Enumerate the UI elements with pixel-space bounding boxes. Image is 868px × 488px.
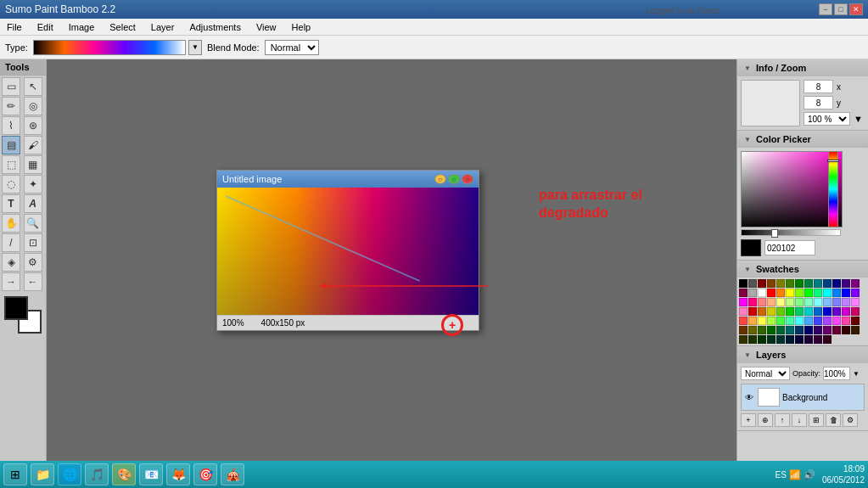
luminance-slider[interactable] (741, 229, 841, 236)
tool-zoom[interactable]: 🔍 (24, 214, 42, 233)
swatch-color[interactable] (814, 279, 822, 288)
swatch-color[interactable] (795, 326, 804, 334)
start-button[interactable]: ⊞ (3, 463, 27, 485)
swatch-color[interactable] (823, 279, 832, 288)
tool-lasso[interactable]: ⌇ (2, 116, 20, 135)
hue-slider[interactable] (828, 151, 838, 227)
move-layer-down-button[interactable]: ↓ (792, 413, 807, 427)
menu-image[interactable]: Image (65, 20, 98, 34)
swatch-color[interactable] (814, 289, 822, 297)
new-layer-button[interactable]: + (741, 413, 756, 427)
taskbar-app-paint[interactable]: 🎨 (112, 463, 136, 485)
swatch-color[interactable] (851, 326, 860, 334)
swatch-color[interactable] (851, 289, 860, 297)
image-window[interactable]: Untitled image ○ ○ ○ 100% 400x150 px (216, 170, 479, 331)
tool-gradient[interactable]: ▦ (24, 155, 42, 174)
swatch-color[interactable] (814, 317, 822, 325)
image-minimize-button[interactable]: ○ (434, 174, 446, 184)
tool-magic-wand[interactable]: ⊛ (24, 116, 42, 135)
tool-arrow-right[interactable]: → (2, 272, 20, 291)
tool-arrow-left[interactable]: ← (24, 272, 42, 291)
tool-pan[interactable]: ✋ (2, 214, 20, 233)
type-dropdown-button[interactable]: ▼ (188, 40, 202, 55)
swatch-color[interactable] (776, 335, 785, 344)
swatch-color[interactable] (767, 279, 776, 288)
tool-select-circle[interactable]: ◎ (24, 97, 42, 115)
taskbar-app-folder[interactable]: 📁 (31, 463, 54, 485)
swatch-color[interactable] (814, 307, 822, 316)
tool-fill[interactable]: ▤ (2, 136, 20, 154)
move-layer-up-button[interactable]: ↑ (775, 413, 790, 427)
swatch-color[interactable] (748, 326, 757, 334)
swatch-color[interactable] (767, 307, 776, 316)
swatch-color[interactable] (842, 326, 850, 334)
swatch-color[interactable] (851, 307, 860, 316)
swatch-color[interactable] (767, 317, 776, 325)
swatch-color[interactable] (814, 298, 822, 306)
swatch-color[interactable] (832, 307, 841, 316)
image-close-button[interactable]: ○ (462, 174, 473, 184)
tool-transform[interactable]: ⊡ (24, 233, 42, 252)
swatch-color[interactable] (776, 317, 785, 325)
opacity-input[interactable] (823, 367, 850, 380)
tool-text-alt[interactable]: A (24, 194, 42, 213)
swatch-color[interactable] (823, 335, 832, 344)
swatch-color[interactable] (739, 326, 748, 334)
swatch-color[interactable] (804, 307, 813, 316)
swatch-color[interactable] (767, 335, 776, 344)
swatch-color[interactable] (832, 326, 841, 334)
swatch-color[interactable] (776, 289, 785, 297)
swatch-color[interactable] (748, 335, 757, 344)
layer-settings-button[interactable]: ⚙ (843, 413, 858, 427)
swatch-color[interactable] (758, 335, 766, 344)
image-maximize-button[interactable]: ○ (448, 174, 460, 184)
swatch-color[interactable] (767, 326, 776, 334)
delete-layer-button[interactable]: 🗑 (826, 413, 841, 427)
swatch-color[interactable] (776, 307, 785, 316)
color-gradient-area[interactable] (741, 151, 843, 227)
color-hex-input[interactable] (764, 240, 815, 255)
swatch-color[interactable] (776, 279, 785, 288)
layer-mode-select[interactable]: Normal (741, 367, 790, 380)
swatch-color[interactable] (814, 335, 822, 344)
taskbar-app-media[interactable]: 🎵 (85, 463, 109, 485)
swatch-color[interactable] (842, 307, 850, 316)
swatch-color[interactable] (786, 317, 794, 325)
swatch-color[interactable] (786, 335, 794, 344)
swatch-color[interactable] (814, 326, 822, 334)
swatch-color[interactable] (804, 317, 813, 325)
swatch-color[interactable] (804, 298, 813, 306)
layer-background[interactable]: 👁 Background (742, 384, 864, 410)
swatch-color[interactable] (804, 335, 813, 344)
taskbar-app-firefox[interactable]: 🦊 (166, 463, 190, 485)
swatch-color[interactable] (767, 298, 776, 306)
swatch-color[interactable] (786, 289, 794, 297)
swatch-color[interactable] (795, 307, 804, 316)
menu-help[interactable]: Help (288, 20, 315, 34)
tool-line[interactable]: / (2, 233, 20, 252)
swatch-color[interactable] (786, 307, 794, 316)
taskbar-app-game2[interactable]: 🎪 (221, 463, 244, 485)
swatch-color[interactable] (739, 317, 748, 325)
swatch-color[interactable] (823, 317, 832, 325)
duplicate-layer-button[interactable]: ⊕ (758, 413, 773, 427)
tool-eraser[interactable]: ⬚ (2, 155, 20, 174)
foreground-color[interactable] (4, 296, 28, 320)
tool-select-rect[interactable]: ▭ (2, 77, 20, 96)
swatch-color[interactable] (748, 289, 757, 297)
swatch-color[interactable] (851, 279, 860, 288)
swatch-color[interactable] (739, 307, 748, 316)
swatch-color[interactable] (832, 279, 841, 288)
menu-select[interactable]: Select (106, 20, 139, 34)
swatch-color[interactable] (758, 298, 766, 306)
swatch-color[interactable] (832, 289, 841, 297)
swatch-color[interactable] (758, 279, 766, 288)
blend-mode-select[interactable]: Normal Multiply Screen Overlay (265, 40, 319, 55)
swatch-color[interactable] (804, 289, 813, 297)
merge-layers-button[interactable]: ⊞ (809, 413, 824, 427)
swatch-color[interactable] (739, 279, 748, 288)
swatch-color[interactable] (832, 298, 841, 306)
swatch-color[interactable] (748, 279, 757, 288)
tool-select-polygon[interactable]: ◌ (2, 175, 20, 194)
menu-adjustments[interactable]: Adjustments (186, 20, 244, 34)
